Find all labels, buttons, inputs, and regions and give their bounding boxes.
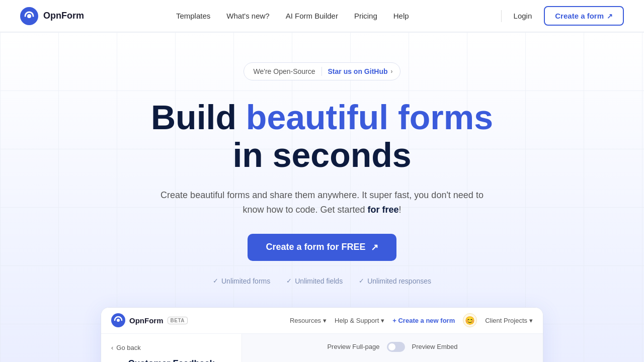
nav-right: Login Create a form ↗ [501, 6, 624, 26]
resources-dropdown[interactable]: Resources ▾ [290, 317, 327, 324]
feature-responses-label: Unlimited responses [367, 277, 431, 285]
hero-section: We're Open-Source Star us on GitHub › Bu… [0, 32, 644, 362]
user-avatar: 😊 [463, 313, 477, 327]
create-form-nav-button[interactable]: Create a form ↗ [544, 6, 624, 26]
back-arrow-icon: ‹ [111, 344, 113, 351]
app-preview: OpnForm BETA Resources ▾ Help & Support … [101, 307, 543, 362]
beta-badge: BETA [168, 317, 188, 324]
app-logo-icon [111, 313, 125, 327]
feature-fields-label: Unlimited fields [295, 277, 343, 285]
app-body: ‹ Go back Customer Feedback Edited 2 mon… [101, 334, 543, 362]
cta-arrow-icon: ↗ [371, 242, 378, 253]
arrow-nav-icon: ↗ [607, 12, 613, 20]
login-button[interactable]: Login [514, 12, 532, 20]
nav-divider [501, 10, 502, 22]
client-projects-dropdown[interactable]: Client Projects ▾ [485, 317, 533, 324]
create-form-cta-button[interactable]: Create a form for FREE ↗ [248, 234, 396, 261]
preview-toggle: Preview Full-page Preview Embed [327, 342, 457, 352]
app-sidebar: ‹ Go back Customer Feedback Edited 2 mon… [101, 334, 242, 362]
pill-divider [321, 67, 322, 76]
preview-form-title: Customer Feedback [340, 360, 445, 362]
sidebar-form-title: Customer Feedback [111, 358, 231, 362]
nav-whats-new[interactable]: What's new? [226, 12, 269, 20]
headline-seconds: in seconds [20, 136, 624, 174]
check-icon-responses: ✓ [359, 277, 364, 285]
nav-pricing[interactable]: Pricing [354, 12, 377, 20]
hero-headline: Build beautiful forms in seconds [20, 99, 624, 174]
app-main: Preview Full-page Preview Embed Customer… [242, 334, 543, 362]
nav-help[interactable]: Help [393, 12, 409, 20]
chevron-right-icon: › [391, 68, 393, 75]
app-nav-right: Resources ▾ Help & Support ▾ + Create a … [290, 313, 533, 327]
app-logo: OpnForm BETA [111, 313, 188, 327]
create-new-form-button[interactable]: + Create a new form [392, 317, 455, 324]
chevron-down-icon-2: ▾ [381, 317, 384, 324]
nav-templates[interactable]: Templates [176, 12, 210, 20]
app-nav: OpnForm BETA Resources ▾ Help & Support … [101, 308, 543, 334]
preview-embed-label: Preview Embed [412, 343, 458, 350]
feature-unlimited-forms: ✓ Unlimited forms [213, 277, 270, 285]
chevron-down-icon: ▾ [323, 317, 327, 324]
headline-blue: beautiful forms [246, 98, 493, 136]
navigation: OpnForm Templates What's new? AI Form Bu… [0, 0, 644, 32]
nav-ai-form-builder[interactable]: AI Form Builder [286, 12, 338, 20]
cta-label: Create a form for FREE [266, 242, 365, 252]
feature-forms-label: Unlimited forms [221, 277, 270, 285]
features-row: ✓ Unlimited forms ✓ Unlimited fields ✓ U… [20, 277, 624, 285]
check-icon-fields: ✓ [286, 277, 292, 285]
logo-text: OpnForm [43, 11, 84, 21]
headline-build: Build beautiful forms [151, 98, 493, 136]
logo-icon [20, 7, 38, 25]
svg-point-3 [117, 319, 120, 322]
help-support-dropdown[interactable]: Help & Support ▾ [335, 317, 384, 324]
check-icon-forms: ✓ [213, 277, 218, 285]
nav-links: Templates What's new? AI Form Builder Pr… [176, 12, 409, 21]
chevron-down-icon-3: ▾ [529, 317, 533, 324]
svg-point-1 [27, 14, 31, 18]
app-logo-text: OpnForm [129, 316, 164, 325]
preview-toggle-switch[interactable] [387, 342, 405, 352]
feature-unlimited-fields: ✓ Unlimited fields [286, 277, 343, 285]
opensource-text: We're Open-Source [253, 67, 315, 75]
opensource-pill[interactable]: We're Open-Source Star us on GitHub › [244, 62, 400, 80]
hero-subtitle: Create beautiful forms and share them an… [156, 188, 488, 218]
preview-fullpage-label: Preview Full-page [327, 343, 379, 350]
hero-content: We're Open-Source Star us on GitHub › Bu… [20, 62, 624, 362]
go-back-button[interactable]: ‹ Go back [111, 344, 231, 351]
github-link[interactable]: Star us on GitHub › [328, 67, 398, 75]
logo[interactable]: OpnForm [20, 7, 84, 25]
feature-unlimited-responses: ✓ Unlimited responses [359, 277, 431, 285]
